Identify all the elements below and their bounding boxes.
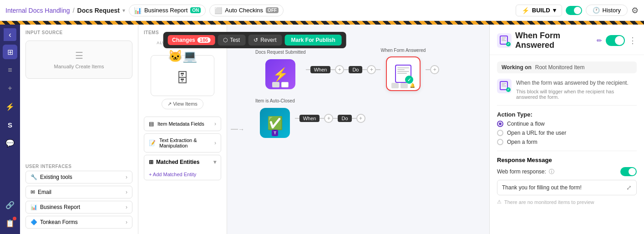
auto-checkins-label: Auto Checkins [225,7,263,14]
add-after-do-2[interactable]: + [356,114,365,123]
ui-label-2: Business Report [40,204,80,210]
add-connector-1[interactable]: + [335,65,344,74]
ui-email[interactable]: ✉ Email › [25,186,132,198]
description-note: This block will trigger when the recipie… [516,89,637,100]
changes-count: 186 [198,37,210,43]
ui-label-0: Existing tools [40,174,72,180]
view-items-button[interactable]: ↗ View Items [162,99,203,109]
add-matched-entity-button[interactable]: + Add Matched Entity [144,169,221,180]
add-after-do-1[interactable]: + [367,65,376,74]
input-source-label: INPUT SOURCE [25,30,132,35]
changes-button[interactable]: Changes 186 [167,35,215,45]
sidebar-item-notify[interactable]: 📋 [3,216,17,230]
input-source-panel: INPUT SOURCE ☰ Manually Create Items USE… [20,25,138,234]
radio-open-form[interactable]: Open a form [497,139,637,145]
response-message-label: Response Message [497,157,552,163]
publish-button[interactable]: Mark For Publish [285,35,342,46]
radio-dot-1[interactable] [497,130,503,136]
sidebar-item-home[interactable]: ⊞ [3,45,17,59]
web-form-toggle[interactable] [620,167,637,176]
toolbar: Changes 186 ⬡ Test ↺ Revert Mark For Pub… [163,32,346,48]
monkey-icon: 🐱‍💻 [168,49,197,63]
report-icon: 📊 [30,204,37,210]
when-label-2: When [299,115,320,122]
build-icon: ⚡ [522,7,529,14]
history-button[interactable]: 🕐 History [586,5,628,16]
card-controls-fa: 🔔 [391,83,415,88]
sidebar-collapse-icon[interactable]: ‹ [4,28,16,41]
manually-create-label: Manually Create Items [35,64,123,69]
clock-icon: 🕐 [593,7,600,14]
test-icon: ⬡ [223,37,228,43]
radio-label-2: Open a form [507,139,538,145]
sidebar-item-s[interactable]: S [3,117,17,132]
trigger-card-2[interactable]: ✅ T [260,108,290,138]
business-report-pill[interactable]: 📊 Business Report ON [129,5,206,16]
add-after-fa[interactable]: + [430,65,439,74]
warning-icon: ⚠ [497,199,502,205]
sidebar-item-bolt[interactable]: ⚡ [3,99,17,114]
more-options-icon[interactable]: ⋮ [629,36,637,46]
form-icon: 🔷 [30,219,37,225]
email-icon: ✉ [30,189,35,195]
breadcrumb-link[interactable]: Internal Docs Handling [5,7,70,14]
ui-business-report[interactable]: 📊 Business Report › [25,201,132,214]
flow-canvas: INPUT SOURCE ☰ Manually Create Items USE… [20,25,489,234]
warning-stripe [0,21,644,25]
info-icon[interactable]: ⓘ [549,168,554,176]
revert-button[interactable]: ↺ Revert [248,35,282,46]
right-panel: ✓ When Form Answered ✏ ⋮ Working on Root… [489,25,644,234]
arrow-icon: › [214,140,216,146]
working-on-bar: Working on Root Monitored Item [497,61,637,73]
monitor-box: 🐱‍💻 🗄 [151,55,214,96]
arrow-icon: › [126,174,127,180]
radio-open-url[interactable]: Open a URL for the user [497,130,637,136]
no-items-note: ⚠ There are no monitored items to previe… [497,199,637,205]
sidebar-item-plus[interactable]: + [3,81,17,96]
auto-checkins-pill[interactable]: ⬜ Auto Checkins OFF [209,5,284,16]
metadata-fields-row[interactable]: ▤ Item Metadata Fields › [144,117,221,131]
add-connector-2[interactable]: + [324,114,333,123]
manually-create-box[interactable]: ☰ Manually Create Items [25,41,132,79]
form-answered-card[interactable]: ✓ 🔔 [386,56,421,91]
build-toggle[interactable] [566,6,582,15]
breadcrumb: Internal Docs Handling / Docs Request ▾ [5,7,125,14]
chevron-down-icon: ▾ [213,159,216,165]
matched-entities-header[interactable]: ⊞ Matched Entities ▾ [144,155,221,169]
matched-entities-label: Matched Entities [156,159,199,165]
user-interfaces-label: USER INTERFACES [25,164,132,169]
breadcrumb-current: Docs Request [77,7,120,14]
build-select[interactable]: ⚡ BUILD ▾ [516,5,562,16]
ui-existing-tools[interactable]: 🔧 Existing tools › [25,171,132,183]
ui-label-1: Email [38,189,51,195]
right-panel-title: When Form Answered [515,31,593,50]
right-panel-header: ✓ When Form Answered ✏ ⋮ [490,25,644,55]
trigger-card-1[interactable]: ⚡ [265,59,295,89]
build-label: BUILD [532,7,550,14]
expand-icon[interactable]: ⤢ [626,184,632,191]
form-response-text: Thank you for filling out the form! [502,184,626,191]
edit-icon[interactable]: ✏ [597,37,602,44]
action-type-block: Action Type: Continue a flow Open a URL … [497,111,637,145]
test-button[interactable]: ⬡ Test [218,35,245,46]
radio-continue[interactable]: Continue a flow [497,121,637,127]
settings-button[interactable]: ⚙ [631,5,639,15]
chevron-down-icon[interactable]: ▾ [122,7,125,14]
breadcrumb-separator: / [73,7,75,14]
sidebar-item-list[interactable]: ≡ [3,63,17,77]
radio-dot-0[interactable] [497,121,503,127]
matched-entities-section: ⊞ Matched Entities ▾ + Add Matched Entit… [144,155,221,180]
metadata-label: Item Metadata Fields [157,121,204,127]
sidebar-item-connect[interactable]: 🔗 [3,198,17,212]
text-extraction-row[interactable]: 📝 Text Extraction & Manipulation › [144,133,221,153]
form-answered-label: When Form Answered [380,48,426,53]
ui-tonkean-forms[interactable]: 🔷 Tonkean Forms › [25,216,132,229]
chart-icon: 📊 [134,7,142,14]
radio-dot-2[interactable] [497,139,503,145]
arrow-icon: › [214,121,216,127]
sidebar-item-chat[interactable]: 💬 [3,136,17,150]
right-panel-icon: ✓ [497,33,512,48]
right-panel-toggle[interactable] [606,35,625,46]
form-response-input[interactable]: Thank you for filling out the form! ⤢ [497,180,637,195]
working-on-value: Root Monitored Item [535,64,585,71]
